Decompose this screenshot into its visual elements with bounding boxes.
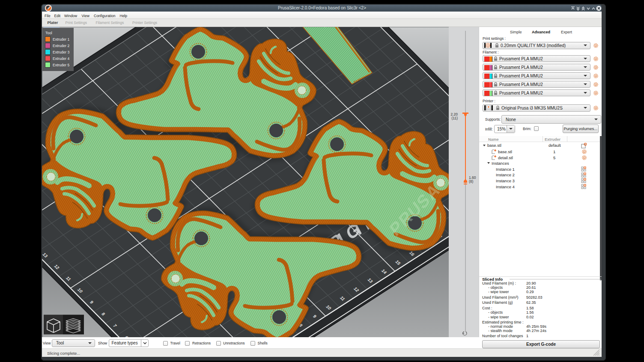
svg-text:(8): (8) <box>469 179 474 184</box>
svg-text:(11): (11) <box>452 116 458 120</box>
